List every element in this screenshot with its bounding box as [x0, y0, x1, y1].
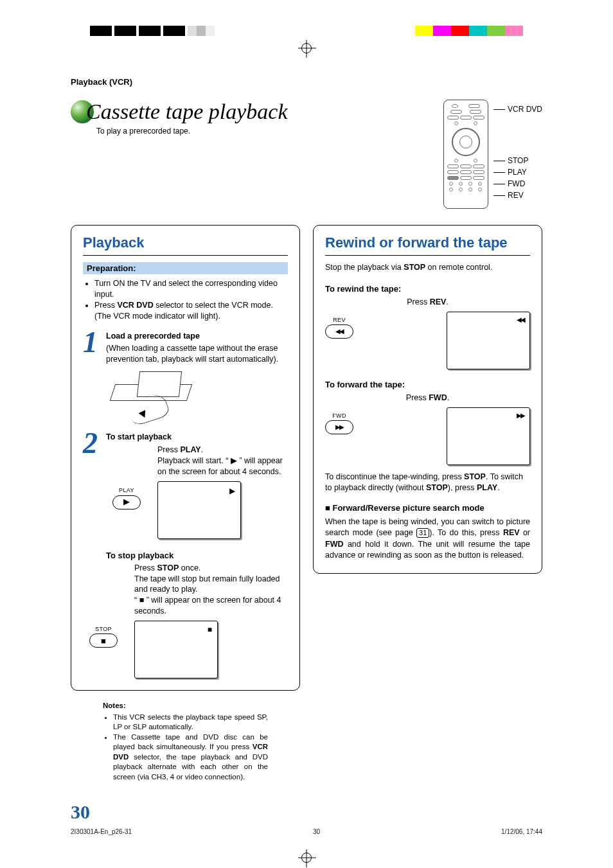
play-screen-box: ▶: [157, 481, 241, 539]
step-1-number: 1: [83, 331, 106, 423]
step-2-desc: Playback will start. “ ▶ ” will appear o…: [157, 456, 288, 477]
remote-diagram: VCR DVD STOP PLAY FWD REV: [443, 100, 542, 209]
step-2-press-pre: Press: [157, 445, 180, 454]
stop-press-bold: STOP: [157, 563, 179, 572]
note-2: The Cassette tape and DVD disc can be pl…: [113, 732, 268, 783]
discontinue-text: To discontinue the tape-winding, press S…: [325, 472, 530, 494]
playback-panel-title: Playback: [83, 235, 288, 256]
step-1-body: (When loading a cassette tape without th…: [106, 343, 288, 365]
forward-head: To forward the tape:: [325, 380, 530, 389]
page-subtitle: To play a prerecorded tape.: [96, 127, 443, 136]
step-2-number: 2: [83, 432, 106, 539]
stop-playback-head: To stop playback: [106, 551, 288, 560]
fwd-button-label: FWD: [325, 412, 353, 419]
search-mode-body: When the tape is being winded, you can s…: [325, 517, 530, 562]
play-screen-icon: ▶: [229, 486, 235, 496]
play-button-label: PLAY: [112, 486, 141, 494]
stop-press-pre: Press: [134, 563, 157, 572]
fwd-screen-icon: ▶▶: [517, 412, 524, 419]
search-mode-head: Forward/Reverse picture search mode: [325, 503, 530, 513]
footer-left: 2I30301A-En_p26-31: [71, 828, 132, 835]
rev-button-label: REV: [325, 317, 353, 323]
page-title-text: Cassette tape playback: [86, 100, 287, 124]
stop-screen-icon: ■: [208, 625, 212, 634]
page-container: Playback (VCR) Cassette tape playback To…: [0, 0, 613, 868]
step-2-press-bold: PLAY: [180, 445, 200, 454]
stop-press-post: once.: [179, 563, 200, 572]
stop-desc-2: “ ■ ” will appear on the screen for abou…: [134, 595, 288, 617]
play-button-diagram: PLAY ▶: [112, 486, 141, 509]
step-2-head: To start playback: [106, 432, 288, 443]
footer: 2I30301A-En_p26-31 30 1/12/06, 17:44: [71, 828, 542, 835]
right-intro: Stop the playback via STOP on remote con…: [325, 262, 530, 274]
section-header: Playback (VCR): [71, 77, 574, 87]
crop-mark-bottom: [39, 848, 574, 867]
page-title: Cassette tape playback: [71, 100, 443, 124]
remote-label-rev: REV: [508, 190, 524, 201]
footer-center: 30: [313, 828, 320, 835]
rewind-press: Press REV.: [325, 297, 530, 306]
footer-right: 1/12/06, 17:44: [501, 828, 542, 835]
note-1: This VCR selects the playback tape speed…: [113, 713, 268, 732]
remote-label-stop: STOP: [508, 155, 528, 166]
fwd-button-diagram: FWD ▶▶: [325, 412, 353, 434]
remote-label-fwd: FWD: [508, 178, 525, 190]
rewind-forward-panel: Rewind or forward the tape Stop the play…: [313, 225, 542, 574]
notes-section: Notes: This VCR selects the playback tap…: [103, 701, 268, 782]
remote-label-play: PLAY: [508, 166, 527, 178]
step-1-head: Load a prerecorded tape: [106, 331, 288, 342]
stop-icon: ■: [101, 636, 106, 646]
stop-button-diagram: STOP ■: [89, 626, 118, 648]
remote-label-vcrdvd: VCR DVD: [508, 103, 542, 115]
stop-screen-box: ■: [134, 621, 218, 678]
page-ref-31: 31: [416, 528, 429, 538]
step-2-press-post: .: [201, 445, 203, 454]
preparation-list: Turn ON the TV and select the correspond…: [83, 278, 288, 322]
notes-title: Notes:: [103, 701, 268, 711]
rev-screen-icon: ◀◀: [517, 316, 524, 323]
rev-screen-box: ◀◀: [447, 312, 530, 369]
prep-item-1: Turn ON the TV and select the correspond…: [94, 278, 288, 300]
forward-press: Press FWD.: [325, 393, 530, 402]
load-tape-illustration: [112, 371, 196, 423]
rev-icon: ◀◀: [335, 328, 343, 335]
fwd-icon: ▶▶: [335, 423, 343, 430]
playback-panel: Playback Preparation: Turn ON the TV and…: [71, 225, 300, 691]
crop-mark-top: [39, 39, 574, 58]
rewind-head: To rewind the tape:: [325, 284, 530, 294]
preparation-label: Preparation:: [83, 262, 288, 274]
page-number: 30: [71, 801, 574, 823]
stop-button-label: STOP: [89, 626, 118, 632]
fwd-screen-box: ▶▶: [447, 407, 530, 465]
stop-desc-1: The tape will stop but remain fully load…: [134, 574, 288, 596]
rev-button-diagram: REV ◀◀: [325, 317, 353, 339]
registration-bar-left: [58, 26, 555, 36]
rewind-forward-title: Rewind or forward the tape: [325, 235, 530, 256]
play-icon: ▶: [123, 497, 130, 508]
prep-item-2: Press VCR DVD selector to select the VCR…: [94, 300, 288, 322]
remote-outline: [443, 100, 488, 209]
